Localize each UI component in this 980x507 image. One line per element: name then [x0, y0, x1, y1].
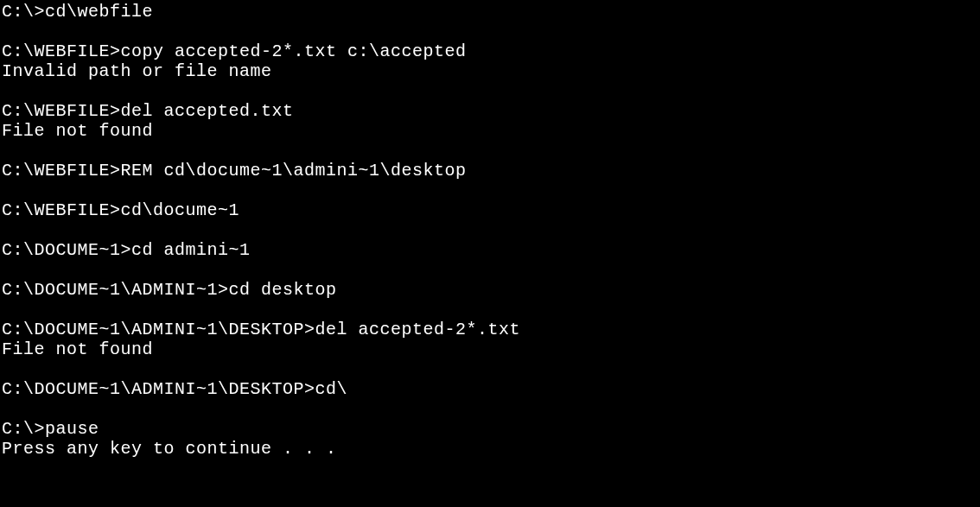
- terminal-blank: [2, 359, 980, 379]
- terminal-line: File not found: [2, 121, 980, 141]
- terminal-blank: [2, 181, 980, 200]
- terminal-line: C:\WEBFILE>cd\docume~1: [2, 200, 980, 220]
- terminal-blank: [2, 141, 980, 161]
- terminal-blank: [2, 300, 980, 320]
- terminal-blank: [2, 81, 980, 101]
- terminal-line: C:\DOCUME~1\ADMINI~1\DESKTOP>cd\: [2, 379, 980, 399]
- terminal-line: C:\>cd\webfile: [2, 2, 980, 22]
- terminal-line: C:\WEBFILE>copy accepted-2*.txt c:\accep…: [2, 41, 980, 61]
- terminal-line: Invalid path or file name: [2, 61, 980, 81]
- terminal-output[interactable]: C:\>cd\webfile C:\WEBFILE>copy accepted-…: [2, 2, 980, 459]
- terminal-line: Press any key to continue . . .: [2, 439, 980, 459]
- terminal-line: C:\WEBFILE>REM cd\docume~1\admini~1\desk…: [2, 161, 980, 181]
- terminal-blank: [2, 220, 980, 240]
- terminal-line: C:\DOCUME~1>cd admini~1: [2, 240, 980, 260]
- terminal-blank: [2, 22, 980, 41]
- terminal-blank: [2, 260, 980, 280]
- terminal-blank: [2, 399, 980, 419]
- terminal-line: C:\WEBFILE>del accepted.txt: [2, 101, 980, 121]
- terminal-line: C:\>pause: [2, 419, 980, 439]
- terminal-line: C:\DOCUME~1\ADMINI~1>cd desktop: [2, 280, 980, 300]
- terminal-line: File not found: [2, 339, 980, 359]
- terminal-line: C:\DOCUME~1\ADMINI~1\DESKTOP>del accepte…: [2, 320, 980, 339]
